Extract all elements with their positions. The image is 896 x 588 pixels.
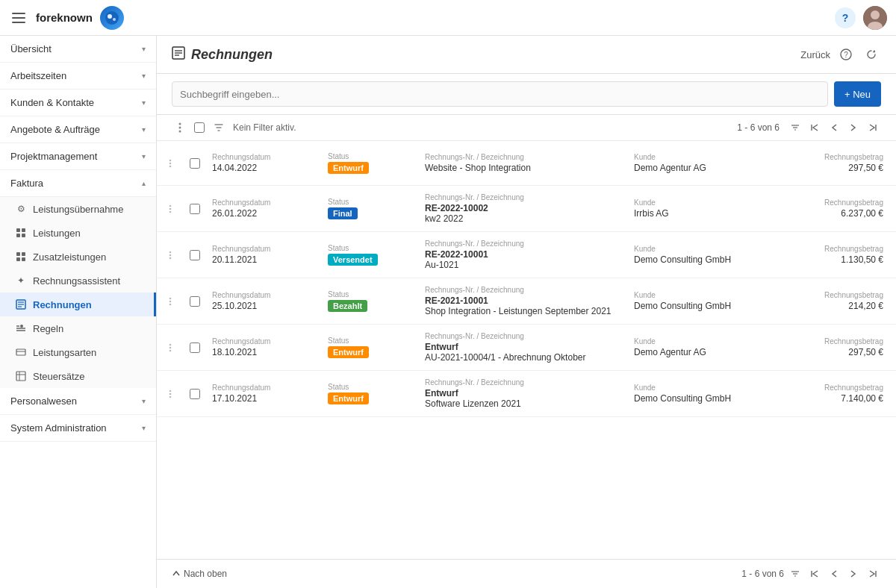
footer-first-page[interactable] — [806, 566, 823, 582]
sidebar-item-leistungen[interactable]: Leistungen — [0, 221, 156, 245]
filter-button[interactable] — [211, 119, 227, 136]
first-page-button[interactable] — [806, 119, 823, 136]
help-icon-button[interactable]: ? — [836, 45, 856, 64]
footer-next-page[interactable] — [845, 566, 862, 582]
row-options-dots[interactable] — [157, 371, 184, 416]
back-button[interactable]: Zurück — [800, 49, 830, 60]
chevron-up-icon: ▴ — [142, 179, 146, 187]
customer-value: Demo Consulting GmbH — [634, 254, 771, 265]
ref-cell: Rechnungs-Nr. / Bezeichnung RE-2021-1000… — [419, 278, 628, 324]
sidebar-item-rechnungen[interactable]: Rechnungen — [0, 293, 156, 316]
menu-button[interactable] — [9, 10, 28, 26]
sidebar-item-kunden[interactable]: Kunden & Kontakte ▾ — [0, 90, 156, 116]
row-options-button[interactable] — [172, 119, 188, 136]
date-cell: Rechnungsdatum 17.10.2021 — [206, 371, 322, 416]
invoice-table: Rechnungsdatum 14.04.2022 Status Entwurf… — [157, 141, 896, 559]
sidebar-item-projektmanagement[interactable]: Projektmanagement ▾ — [0, 143, 156, 170]
leistungsubernahme-icon: ⚙ — [15, 203, 27, 215]
status-cell: Status Final — [322, 186, 419, 231]
date-label: Rechnungsdatum — [212, 245, 316, 253]
svg-text:?: ? — [844, 51, 848, 59]
amount-value: 297,50 € — [848, 347, 883, 357]
row-checkbox[interactable] — [190, 250, 200, 260]
sidebar-item-faktura[interactable]: Faktura ▴ — [0, 170, 156, 197]
ref-cell: Rechnungs-Nr. / Bezeichnung Website - Sh… — [419, 141, 628, 185]
svg-point-41 — [169, 159, 172, 161]
amount-cell: Rechnungsbetrag 6.237,00 € — [777, 186, 889, 231]
footer-prev-page[interactable] — [826, 566, 842, 582]
ref-cell: Rechnungs-Nr. / Bezeichnung Entwurf Soft… — [419, 371, 628, 416]
table-row[interactable]: Rechnungsdatum 20.11.2021 Status Versend… — [157, 232, 896, 278]
sidebar-item-leistungsubernahme[interactable]: ⚙ Leistungsübernahme — [0, 197, 156, 221]
leistungsarten-icon — [15, 346, 27, 358]
filter-right: 1 - 6 von 6 — [732, 119, 881, 136]
row-options-dots[interactable] — [157, 278, 184, 324]
last-page-button[interactable] — [865, 119, 881, 136]
prev-page-button[interactable] — [826, 119, 842, 136]
footer-sort-button[interactable] — [787, 566, 803, 582]
row-checkbox-cell[interactable] — [184, 141, 206, 185]
help-button[interactable]: ? — [835, 7, 856, 28]
sidebar-item-rechnungsassistent[interactable]: ✦ Rechnungsassistent — [0, 269, 156, 293]
filter-text: Kein Filter aktiv. — [233, 122, 296, 133]
row-checkbox[interactable] — [190, 296, 200, 307]
table-row[interactable]: Rechnungsdatum 26.01.2022 Status Final R… — [157, 186, 896, 232]
svg-point-34 — [179, 127, 181, 129]
row-checkbox-cell[interactable] — [184, 232, 206, 278]
refresh-button[interactable] — [862, 45, 881, 64]
sidebar-item-ubersicht[interactable]: Übersicht ▾ — [0, 36, 156, 63]
ref-label: Rechnungs-Nr. / Bezeichnung — [425, 153, 622, 161]
sidebar-item-regeln[interactable]: Regeln — [0, 316, 156, 340]
select-all-checkbox[interactable] — [194, 122, 205, 133]
sort-button[interactable] — [787, 119, 803, 136]
date-value: 17.10.2021 — [212, 393, 316, 404]
row-checkbox-cell[interactable] — [184, 371, 206, 416]
sidebar-item-system-administration[interactable]: System Administration ▾ — [0, 415, 156, 442]
amount-label: Rechnungsbetrag — [824, 198, 883, 207]
sidebar-item-leistungsarten[interactable]: Leistungsarten — [0, 340, 156, 364]
back-to-top-button[interactable]: Nach oben — [172, 569, 227, 579]
sidebar-item-angebote[interactable]: Angebote & Aufträge ▾ — [0, 116, 156, 143]
sidebar-item-arbeitszeiten[interactable]: Arbeitszeiten ▾ — [0, 63, 156, 90]
row-options-dots[interactable] — [157, 232, 184, 278]
row-checkbox[interactable] — [190, 343, 200, 353]
status-label: Status — [328, 337, 413, 345]
ref-label: Rechnungs-Nr. / Bezeichnung — [425, 378, 622, 387]
table-row[interactable]: Rechnungsdatum 17.10.2021 Status Entwurf… — [157, 371, 896, 417]
row-checkbox[interactable] — [190, 389, 200, 399]
filter-row: Kein Filter aktiv. 1 - 6 von 6 — [157, 115, 896, 141]
table-row[interactable]: Rechnungsdatum 18.10.2021 Status Entwurf… — [157, 325, 896, 371]
sidebar-item-zusatzleistungen[interactable]: Zusatzleistungen — [0, 245, 156, 269]
topbar: foreknown ? — [0, 0, 896, 36]
table-row[interactable]: Rechnungsdatum 14.04.2022 Status Entwurf… — [157, 141, 896, 186]
amount-value: 6.237,00 € — [841, 208, 883, 219]
ref-name: Website - Shop Integration — [425, 163, 622, 173]
date-label: Rechnungsdatum — [212, 291, 316, 299]
footer-page-text: 1 - 6 von 6 — [741, 569, 784, 579]
customer-value: Demo Agentur AG — [634, 347, 771, 357]
ref-label: Rechnungs-Nr. / Bezeichnung — [425, 193, 622, 201]
svg-point-33 — [179, 123, 181, 125]
date-value: 18.10.2021 — [212, 347, 316, 357]
next-page-button[interactable] — [845, 119, 862, 136]
row-checkbox-cell[interactable] — [184, 325, 206, 370]
row-options-dots[interactable] — [157, 141, 184, 185]
sidebar-item-steuersatze[interactable]: Steuersätze — [0, 364, 156, 388]
row-checkbox-cell[interactable] — [184, 186, 206, 231]
row-options-dots[interactable] — [157, 325, 184, 370]
row-checkbox[interactable] — [190, 204, 200, 214]
search-input[interactable] — [172, 81, 828, 107]
amount-cell: Rechnungsbetrag 7.140,00 € — [777, 371, 889, 416]
footer-last-page[interactable] — [865, 566, 881, 582]
status-cell: Status Bezahlt — [322, 278, 419, 324]
row-options-dots[interactable] — [157, 186, 184, 231]
row-checkbox[interactable] — [190, 158, 200, 169]
row-checkbox-cell[interactable] — [184, 278, 206, 324]
status-label: Status — [328, 290, 413, 298]
amount-cell: Rechnungsbetrag 297,50 € — [777, 141, 889, 185]
status-cell: Status Entwurf — [322, 141, 419, 185]
sidebar-item-personalwesen[interactable]: Personalwesen ▾ — [0, 388, 156, 415]
table-row[interactable]: Rechnungsdatum 25.10.2021 Status Bezahlt… — [157, 278, 896, 325]
ref-bold: Entwurf — [425, 342, 622, 352]
new-button[interactable]: + Neu — [834, 81, 881, 107]
